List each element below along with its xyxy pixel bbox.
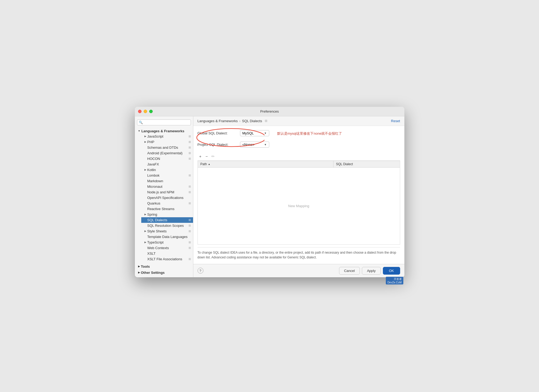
ok-button[interactable]: OK: [383, 267, 400, 275]
sidebar-item-typescript[interactable]: ▶ TypeScript ⊞: [141, 240, 193, 245]
window-title: Preferences: [260, 109, 279, 113]
sidebar-item-kotlin[interactable]: ▶ Kotlin: [141, 167, 193, 173]
add-mapping-button[interactable]: +: [198, 154, 203, 159]
minimize-button[interactable]: [144, 110, 147, 113]
settings-pin-icon: ⊞: [189, 190, 191, 194]
sidebar-item-schemas-dtds[interactable]: ▶ Schemas and DTDs ⊞: [141, 145, 193, 150]
breadcrumb: Languages & Frameworks › SQL Dialects ⊞: [198, 119, 267, 123]
search-box[interactable]: 🔍: [137, 120, 191, 125]
dropdown-arrow-icon: ▼: [264, 143, 267, 146]
sidebar-group-languages[interactable]: ▼ Languages & Frameworks: [135, 127, 193, 134]
sidebar-item-nodejs[interactable]: ▶ Node.js and NPM ⊞: [141, 189, 193, 195]
dialects-form: Global SQL Dialect: MySQL ▼ Project SQL …: [198, 130, 269, 150]
sidebar-item-hocon[interactable]: ▶ HOCON ⊞: [141, 156, 193, 161]
sidebar-item-style-sheets[interactable]: ▶ Style Sheets ⊞: [141, 228, 193, 234]
close-button[interactable]: [138, 110, 142, 113]
settings-pin-icon: ⊞: [189, 257, 191, 261]
settings-pin-icon: ⊞: [189, 135, 191, 138]
sidebar-item-openapi[interactable]: ▶ OpenAPI Specifications: [141, 195, 193, 201]
sidebar-item-web-contexts[interactable]: ▶ Web Contexts ⊞: [141, 245, 193, 251]
sidebar-item-javascript[interactable]: ▶ JavaScript ⊞: [141, 134, 193, 139]
mapping-table: Path ▲ SQL Dialect New Mapping: [198, 161, 400, 245]
global-dialect-label: Global SQL Dialect:: [198, 131, 240, 135]
sidebar-group-other-settings[interactable]: ▶ Other Settings: [135, 269, 193, 275]
settings-pin-icon: ⊞: [189, 157, 191, 160]
main-content: Global SQL Dialect: MySQL ▼ Project SQL …: [193, 126, 404, 264]
chevron-icon: ▶: [144, 135, 146, 138]
reset-button[interactable]: Reset: [391, 119, 400, 123]
content-area: 🔍 ▼ Languages & Frameworks ▶ JavaScript …: [135, 116, 404, 277]
group-label: Tools: [141, 265, 150, 269]
breadcrumb-current: SQL Dialects: [242, 119, 262, 123]
sidebar-item-label: OpenAPI Specifications: [147, 196, 184, 200]
sidebar-item-markdown[interactable]: ▶ Markdown: [141, 178, 193, 184]
sidebar-item-label: Kotlin: [147, 168, 156, 172]
settings-pin-icon: ⊞: [189, 185, 191, 188]
edit-mapping-button[interactable]: ✏: [210, 154, 216, 159]
maximize-button[interactable]: [149, 110, 153, 113]
sidebar-item-label: Markdown: [147, 179, 163, 183]
settings-pin-icon: ⊞: [189, 146, 191, 149]
chevron-icon: ▶: [144, 140, 146, 143]
chevron-icon: ▶: [144, 213, 146, 216]
sidebar-item-micronaut[interactable]: ▶ Micronaut ⊞: [141, 184, 193, 189]
sidebar-item-label: Android (Experimental): [147, 151, 183, 155]
sidebar-item-php[interactable]: ▶ PHP ⊞: [141, 139, 193, 145]
sidebar-item-label: SQL Resolution Scopes: [147, 224, 184, 228]
settings-pin-icon: ⊞: [189, 224, 191, 227]
chevron-icon: ▶: [144, 241, 146, 244]
path-label: Path: [200, 162, 207, 166]
project-dialect-select[interactable]: <None> ▼: [240, 142, 269, 148]
sidebar-item-xslt[interactable]: ▶ XSLT: [141, 251, 193, 256]
search-input[interactable]: [144, 121, 189, 124]
expand-arrow-icon: ▼: [138, 130, 140, 132]
group-label: Languages & Frameworks: [141, 129, 184, 133]
dropdown-arrow-icon: ▼: [264, 132, 267, 135]
cancel-button[interactable]: Cancel: [339, 267, 360, 275]
breadcrumb-pin-icon: ⊞: [265, 119, 267, 123]
settings-pin-icon: ⊞: [189, 151, 191, 155]
table-toolbar: + − ✏: [198, 154, 400, 161]
footer: ? Cancel Apply OK: [193, 264, 404, 277]
help-button[interactable]: ?: [198, 268, 203, 274]
settings-pin-icon: ⊞: [189, 140, 191, 144]
sidebar-item-template-data[interactable]: ▶ Template Data Languages: [141, 234, 193, 240]
column-header-path: Path ▲: [198, 161, 333, 167]
table-header: Path ▲ SQL Dialect: [198, 161, 400, 168]
sidebar-item-android[interactable]: ▶ Android (Experimental) ⊞: [141, 150, 193, 156]
info-text: To change SQL dialect IDEA uses for a fi…: [198, 247, 400, 260]
sidebar-item-spring[interactable]: ▶ Spring: [141, 212, 193, 217]
sort-icon: ▲: [208, 163, 210, 165]
empty-state-text: New Mapping: [288, 204, 309, 208]
sidebar-item-label: JavaScript: [147, 134, 164, 138]
sidebar-item-javafx[interactable]: ▶ JavaFX: [141, 161, 193, 167]
sidebar-item-label: XSLT: [147, 252, 156, 255]
global-dialect-value: MySQL: [242, 131, 254, 135]
chevron-icon: ▶: [144, 168, 146, 171]
sidebar-item-xslt-file[interactable]: ▶ XSLT File Associations ⊞: [141, 256, 193, 262]
apply-button[interactable]: Apply: [362, 267, 381, 275]
sidebar-item-lombok[interactable]: ▶ Lombok ⊞: [141, 173, 193, 178]
sidebar-group-tools[interactable]: ▶ Tools: [135, 263, 193, 269]
global-dialect-select[interactable]: MySQL ▼: [240, 130, 269, 136]
window-controls: [138, 110, 153, 113]
sidebar-item-label: Node.js and NPM: [147, 190, 174, 194]
project-dialect-row: Project SQL Dialect: <None> ▼: [198, 142, 269, 148]
sidebar-item-label: XSLT File Associations: [147, 257, 182, 261]
sidebar-item-label: Schemas and DTDs: [147, 146, 178, 150]
sidebar-item-label: Micronaut: [147, 185, 162, 189]
sidebar-item-label: Spring: [147, 212, 157, 216]
footer-left: ?: [198, 268, 203, 274]
sidebar-item-sql-resolution[interactable]: ▶ SQL Resolution Scopes ⊞: [141, 223, 193, 228]
settings-pin-icon: ⊞: [189, 174, 191, 177]
settings-pin-icon: ⊞: [189, 246, 191, 250]
sidebar-item-label: PHP: [147, 140, 155, 144]
watermark: 开发者DevZe.CoM: [386, 277, 403, 284]
sidebar-item-sql-dialects[interactable]: ▶ SQL Dialects ⊞: [141, 217, 193, 223]
annotation-area: Global SQL Dialect: MySQL ▼ Project SQL …: [198, 130, 400, 150]
sidebar-item-reactive-streams[interactable]: ▶ Reactive Streams: [141, 206, 193, 212]
remove-mapping-button[interactable]: −: [204, 154, 210, 159]
sidebar-item-quarkus[interactable]: ▶ Quarkus ⊞: [141, 201, 193, 206]
sidebar-item-label: Reactive Streams: [147, 207, 175, 211]
footer-right: Cancel Apply OK: [339, 267, 400, 275]
